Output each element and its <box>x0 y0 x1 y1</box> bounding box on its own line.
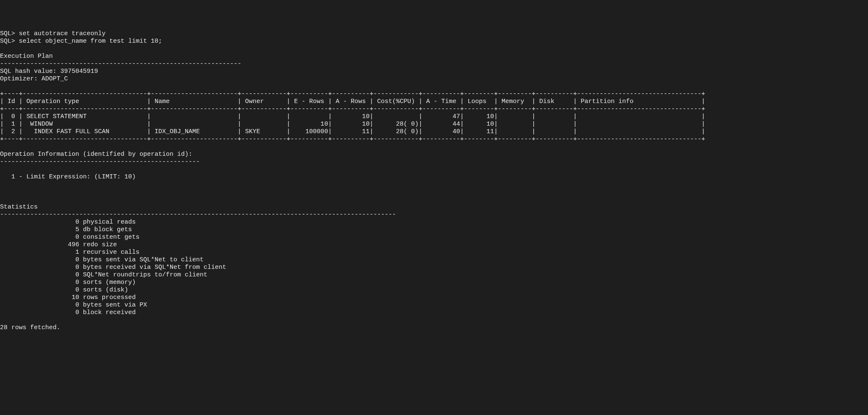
plan-table: +----+---------------------------------+… <box>0 90 705 143</box>
optimizer-line: Optimizer: ADOPT_C <box>0 75 68 82</box>
op-info-line: 1 - Limit Expression: (LIMIT: 10) <box>0 173 136 180</box>
prompt-2: SQL> select object_name from test limit … <box>0 38 162 45</box>
stats-header: Statistics <box>0 204 38 211</box>
exec-plan-header: Execution Plan <box>0 53 53 60</box>
dash-line-1: ----------------------------------------… <box>0 60 241 67</box>
prompt-1: SQL> set autotrace traceonly <box>0 30 106 37</box>
op-info-header: Operation Information (identified by ope… <box>0 151 192 158</box>
dash-line-3: ----------------------------------------… <box>0 211 396 218</box>
terminal-output: SQL> set autotrace traceonly SQL> select… <box>0 30 868 332</box>
stats-block: 0 physical reads 5 db block gets 0 consi… <box>0 219 226 316</box>
sql-hash-line: SQL hash value: 3975045919 <box>0 68 98 75</box>
footer-line: 28 rows fetched. <box>0 324 60 331</box>
dash-line-2: ----------------------------------------… <box>0 158 200 165</box>
